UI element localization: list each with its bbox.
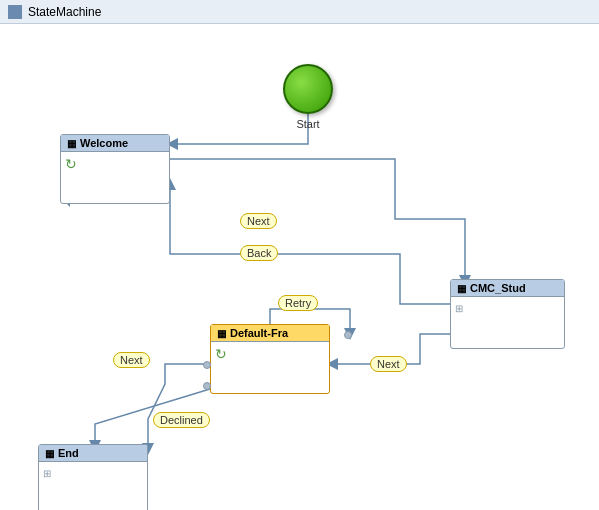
welcome-label: Welcome: [80, 137, 128, 149]
end-node[interactable]: ▦ End ⊞: [38, 444, 148, 510]
transition-declined: Declined: [153, 412, 210, 428]
default-fra-label: Default-Fra: [230, 327, 288, 339]
welcome-refresh-icon: ↻: [65, 156, 77, 172]
end-grid-icon: ⊞: [43, 468, 51, 479]
transition-next2: Next: [370, 356, 407, 372]
title-text: StateMachine: [28, 5, 101, 19]
canvas: Start ▦ Welcome ↻ ▦ CMC_Stud ⊞ ▦ Default…: [0, 24, 599, 510]
title-icon: [8, 5, 22, 19]
cmc-stud-node[interactable]: ▦ CMC_Stud ⊞: [450, 279, 565, 349]
welcome-node-icon: ▦: [67, 138, 76, 149]
connector-dot-3: [203, 382, 211, 390]
start-node: [283, 64, 333, 114]
end-body: ⊞: [39, 462, 147, 502]
cmc-label: CMC_Stud: [470, 282, 526, 294]
welcome-header: ▦ Welcome: [61, 135, 169, 152]
cmc-grid-icon: ⊞: [455, 303, 463, 314]
default-fra-icon: ▦: [217, 328, 226, 339]
end-header: ▦ End: [39, 445, 147, 462]
cmc-node-icon: ▦: [457, 283, 466, 294]
title-bar: StateMachine: [0, 0, 599, 24]
cmc-header: ▦ CMC_Stud: [451, 280, 564, 297]
transition-next3: Next: [113, 352, 150, 368]
transition-retry: Retry: [278, 295, 318, 311]
start-label: Start: [283, 118, 333, 130]
welcome-body: ↻: [61, 152, 169, 192]
end-label: End: [58, 447, 79, 459]
default-fra-node[interactable]: ▦ Default-Fra ↻: [210, 324, 330, 394]
end-node-icon: ▦: [45, 448, 54, 459]
cmc-body: ⊞: [451, 297, 564, 337]
transition-back: Back: [240, 245, 278, 261]
default-fra-refresh-icon: ↻: [215, 346, 227, 362]
default-fra-header: ▦ Default-Fra: [211, 325, 329, 342]
connector-dot-2: [203, 361, 211, 369]
default-fra-body: ↻: [211, 342, 329, 382]
transition-next1: Next: [240, 213, 277, 229]
welcome-node[interactable]: ▦ Welcome ↻: [60, 134, 170, 204]
connector-dot-1: [344, 331, 352, 339]
